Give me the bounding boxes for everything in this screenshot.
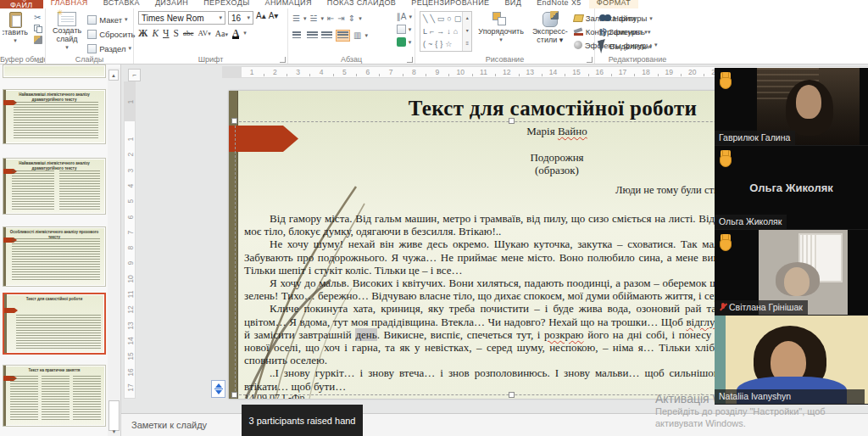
participant-tile[interactable]: Nataliia Ivanyshyn	[715, 316, 868, 405]
copy-button[interactable]	[34, 25, 42, 33]
participant-tile[interactable]: Світлана Грінішак	[715, 230, 868, 316]
slide-thumbnail-5[interactable]: Текст для самостійної роботи	[3, 293, 106, 355]
find-button[interactable]: Найти	[599, 12, 676, 25]
replace-button[interactable]: abacЗаменить▾	[599, 26, 676, 39]
text-shadow-button[interactable]: S	[174, 28, 179, 38]
align-center-button[interactable]	[307, 31, 318, 40]
text-direction-button[interactable]: ∥A▾	[397, 11, 412, 22]
font-size-combobox[interactable]: 16▾	[228, 11, 253, 25]
slide-thumbnail-6[interactable]: Текст на практичне заняття	[3, 365, 106, 427]
scroll-up-button[interactable]: ▲	[108, 70, 119, 81]
shape-glyph[interactable]: ╲	[423, 13, 427, 25]
thumbnails-scrollbar[interactable]: ▲ ▼	[108, 68, 120, 436]
dialog-launcher-icon[interactable]	[587, 57, 593, 63]
shape-glyph[interactable]: ⌂	[453, 25, 458, 38]
bold-button[interactable]: Ж	[138, 28, 147, 38]
dialog-launcher-icon[interactable]	[407, 57, 413, 63]
columns-button[interactable]: ▥	[353, 31, 361, 40]
vertical-ruler[interactable]: 11234567891011121314151617	[124, 81, 136, 399]
bullets-button[interactable]: ☰	[292, 14, 300, 23]
grow-font-button[interactable]: A▴	[256, 11, 266, 25]
shape-glyph[interactable]: ▭	[437, 13, 445, 25]
font-color-button[interactable]: А	[232, 28, 239, 38]
align-right-button[interactable]	[321, 31, 332, 40]
group-font: Times New Rom▾ 16▾ A▴ A▾ Ж К Ч S abc AV▾…	[134, 8, 288, 64]
font-name-combobox[interactable]: Times New Rom▾	[138, 11, 225, 25]
chevron-down-icon: ▾	[14, 36, 17, 45]
gallery-scrollbar[interactable]: ▴▾≡	[462, 12, 471, 51]
ribbon-tab-рецензирование[interactable]: РЕЦЕНЗИРОВАНИЕ	[403, 0, 497, 8]
shape-glyph[interactable]: {	[435, 38, 437, 51]
slide-thumbnail-3[interactable]: Найважливіші лінгвістичного аналізу драм…	[3, 158, 106, 215]
select-button[interactable]: Выделить▾	[599, 40, 676, 53]
paste-button[interactable]: Вставить ▾	[0, 11, 31, 46]
ribbon-tab-показ-слайдов[interactable]: ПОКАЗ СЛАЙДОВ	[320, 0, 403, 8]
change-case-button[interactable]: Aa▾	[215, 29, 228, 38]
slide-thumbnail-4[interactable]: Особливості лінгвістичного аналізу прозо…	[3, 226, 106, 287]
shape-glyph[interactable]: ⌐	[430, 25, 434, 38]
selection-handle[interactable]	[231, 392, 237, 398]
convert-smartart-button[interactable]: ▾	[397, 36, 412, 48]
ribbon-tab-переходы[interactable]: ПЕРЕХОДЫ	[196, 0, 257, 8]
shape-glyph[interactable]: ↓	[447, 25, 451, 38]
cut-button[interactable]: ✂	[34, 13, 42, 22]
shape-glyph[interactable]: L	[423, 25, 427, 38]
section-icon	[87, 44, 97, 53]
ribbon-tab-вставка[interactable]: ВСТАВКА	[96, 0, 147, 8]
italic-button[interactable]: К	[152, 28, 159, 38]
scroll-down-button[interactable]: ▼	[108, 429, 120, 434]
selection-handle[interactable]	[509, 392, 515, 398]
scrollbar-thumb[interactable]	[108, 400, 120, 431]
strikethrough-button[interactable]: abc	[183, 29, 194, 37]
justify-button[interactable]	[336, 30, 350, 42]
thumb-band	[4, 294, 7, 353]
shrink-font-button[interactable]: A▾	[269, 11, 279, 25]
align-text-button[interactable]: ▾	[397, 24, 412, 35]
thumbnail-title: Найважливіші лінгвістичного аналізу драм…	[8, 161, 100, 170]
raised-hand-icon	[719, 150, 733, 168]
selection-handle[interactable]	[231, 118, 237, 124]
dialog-launcher-icon[interactable]	[280, 57, 286, 63]
shape-glyph[interactable]: }	[440, 38, 442, 51]
shape-glyph[interactable]: ╲	[430, 13, 434, 25]
selection-handle[interactable]	[509, 118, 515, 124]
ribbon-tab-формат[interactable]: ФОРМАТ	[589, 0, 638, 8]
shape-glyph[interactable]: ~	[428, 38, 432, 51]
dialog-launcher-icon[interactable]	[37, 57, 43, 63]
slide-thumbnail-1[interactable]	[3, 64, 106, 78]
shape-glyph[interactable]: ○	[447, 13, 451, 25]
shape-glyph[interactable]: →	[437, 25, 444, 38]
character-spacing-button[interactable]: AV▾	[198, 29, 210, 37]
ribbon-tab-дизайн[interactable]: ДИЗАЙН	[147, 0, 196, 8]
ribbon-tab-endnote-x5[interactable]: EndNote X5	[529, 0, 589, 8]
format-painter-button[interactable]	[34, 36, 42, 44]
thumb-text-lines	[12, 238, 100, 281]
shapes-gallery[interactable]: ▴▾≡ ╲╲▭○▢L⌐→↓⌂(~{}☆	[420, 11, 472, 52]
ribbon-tab-файл[interactable]: ФАЙЛ	[0, 0, 43, 8]
slide-thumbnail-2[interactable]: Найважливіші лінгвістичного аналізу драм…	[3, 89, 106, 144]
shape-glyph[interactable]: ☆	[445, 38, 452, 51]
decrease-indent-button[interactable]: ⇤	[327, 14, 334, 23]
replace-icon: abac	[599, 29, 606, 36]
new-slide-button[interactable]: Создать слайд ▾	[50, 11, 84, 55]
underline-button[interactable]: Ч	[163, 28, 169, 38]
line-spacing-button[interactable]: ⇕	[348, 14, 355, 23]
splitter-handle[interactable]	[211, 380, 225, 398]
align-left-button[interactable]	[292, 31, 303, 40]
increase-indent-button[interactable]: ⇥	[337, 14, 344, 23]
shape-glyph[interactable]: ▢	[454, 13, 462, 25]
quick-styles-button[interactable]: Экспресс- стили ▾	[530, 11, 570, 53]
participant-tile[interactable]: Ольга ЖиколякОльга Жиколяк	[715, 146, 868, 230]
ribbon-tab-главная[interactable]: ГЛАВНАЯ	[43, 0, 96, 8]
section-button[interactable]: Раздел▾	[87, 42, 135, 55]
ribbon-tab-анимация[interactable]: АНИМАЦИЯ	[258, 0, 320, 8]
reset-button[interactable]: Сбросить	[87, 27, 135, 41]
shape-glyph[interactable]: (	[423, 38, 426, 51]
ribbon-tab-вид[interactable]: ВИД	[497, 0, 529, 8]
participant-tile[interactable]: Гаврилюк Галина	[715, 68, 868, 146]
tab-selector-icon[interactable]: ⌐	[128, 69, 141, 81]
ruler-number: 2	[126, 149, 135, 159]
arrange-button[interactable]: Упорядочить ▾	[476, 11, 526, 53]
layout-button[interactable]: Макет▾	[87, 13, 135, 26]
numbering-button[interactable]: ☱	[309, 14, 317, 23]
